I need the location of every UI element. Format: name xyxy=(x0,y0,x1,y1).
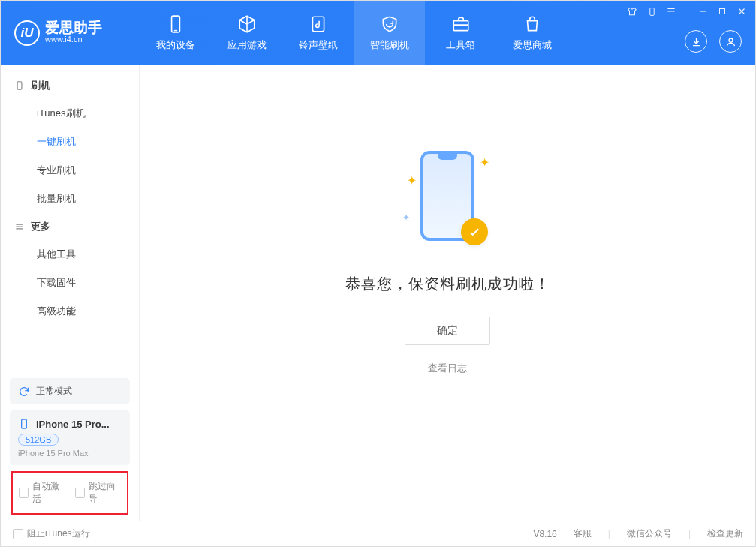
divider xyxy=(685,5,689,17)
maximize-button[interactable] xyxy=(716,5,728,17)
sidebar: 刷机 iTunes刷机 一键刷机 专业刷机 批量刷机 更多 其他工具 下载固件 … xyxy=(1,65,140,521)
body: 刷机 iTunes刷机 一键刷机 专业刷机 批量刷机 更多 其他工具 下载固件 … xyxy=(1,65,755,521)
svg-rect-7 xyxy=(17,82,22,90)
device-mode-status[interactable]: 正常模式 xyxy=(10,378,130,404)
tab-label: 我的设备 xyxy=(156,38,195,52)
sidebar-item-pro-flash[interactable]: 专业刷机 xyxy=(1,156,139,185)
tab-apps-games[interactable]: 应用游戏 xyxy=(211,1,282,65)
sidebar-item-oneclick-flash[interactable]: 一键刷机 xyxy=(1,128,139,156)
svg-rect-6 xyxy=(720,9,725,14)
checkbox-label: 自动激活 xyxy=(32,480,65,506)
app-name: 爱思助手 xyxy=(45,20,102,35)
sidebar-item-batch-flash[interactable]: 批量刷机 xyxy=(1,185,139,213)
checkbox-label: 阻止iTunes运行 xyxy=(27,527,90,540)
block-itunes-checkbox[interactable]: 阻止iTunes运行 xyxy=(13,527,90,540)
menu-icon xyxy=(666,6,676,17)
check-icon xyxy=(468,225,481,239)
section-header-more[interactable]: 更多 xyxy=(1,213,139,240)
mode-label: 正常模式 xyxy=(36,385,72,398)
device-phone-icon xyxy=(18,418,30,430)
checkbox-icon xyxy=(19,488,29,498)
music-icon xyxy=(309,14,328,34)
svg-rect-0 xyxy=(171,16,179,32)
svg-rect-5 xyxy=(649,8,653,15)
tab-label: 铃声壁纸 xyxy=(299,38,338,52)
more-section-icon xyxy=(14,221,25,232)
logo-area: iU 爱思助手 www.i4.cn xyxy=(1,20,140,46)
svg-point-4 xyxy=(729,38,733,42)
skin-button[interactable] xyxy=(626,5,638,17)
tab-label: 智能刷机 xyxy=(370,38,409,52)
tab-label: 应用游戏 xyxy=(227,38,267,52)
account-button[interactable] xyxy=(719,30,742,53)
sidebar-item-advanced[interactable]: 高级功能 xyxy=(1,297,139,326)
star-icon: ✦ xyxy=(402,212,410,223)
app-url: www.i4.cn xyxy=(45,35,102,44)
section-header-flash[interactable]: 刷机 xyxy=(1,72,139,99)
phone-button[interactable] xyxy=(646,5,658,17)
main-content: ✦ ✦ ✦ 恭喜您，保资料刷机成功啦！ 确定 查看日志 xyxy=(140,65,755,521)
checkbox-icon xyxy=(75,488,85,498)
minimize-button[interactable] xyxy=(697,5,709,17)
footer-wechat-link[interactable]: 微信公众号 xyxy=(627,527,672,540)
sidebar-item-download-firmware[interactable]: 下载固件 xyxy=(1,269,139,297)
tab-label: 爱思商城 xyxy=(513,38,552,52)
close-icon xyxy=(736,6,747,17)
svg-rect-2 xyxy=(312,17,324,32)
minimize-icon xyxy=(697,6,708,17)
close-button[interactable] xyxy=(736,5,748,17)
footer-support-link[interactable]: 客服 xyxy=(574,527,592,540)
menu-button[interactable] xyxy=(665,5,677,17)
sidebar-bottom: 正常模式 iPhone 15 Pro... 512GB iPhone 15 Pr… xyxy=(1,372,139,521)
confirm-button[interactable]: 确定 xyxy=(405,317,490,345)
checkbox-label: 跳过向导 xyxy=(89,480,121,506)
version-label: V8.16 xyxy=(533,529,556,539)
star-icon: ✦ xyxy=(480,155,489,170)
logo-icon: iU xyxy=(14,20,40,46)
divider: | xyxy=(688,529,691,539)
footer-check-update-link[interactable]: 检查更新 xyxy=(707,527,743,540)
download-button[interactable] xyxy=(685,30,707,53)
svg-rect-8 xyxy=(22,419,27,428)
capacity-badge: 512GB xyxy=(18,434,59,446)
tab-label: 工具箱 xyxy=(446,38,475,52)
refresh-icon xyxy=(18,386,30,398)
download-icon xyxy=(691,36,702,47)
phone-section-icon xyxy=(14,80,25,91)
success-illustration: ✦ ✦ ✦ xyxy=(402,151,492,256)
options-highlight: 自动激活 跳过向导 xyxy=(11,471,128,515)
tab-store[interactable]: 爱思商城 xyxy=(496,1,568,65)
sidebar-item-other-tools[interactable]: 其他工具 xyxy=(1,240,139,269)
shirt-icon xyxy=(627,6,637,17)
tab-smart-flash[interactable]: 智能刷机 xyxy=(354,1,425,65)
svg-rect-3 xyxy=(453,20,468,30)
briefcase-icon xyxy=(451,14,471,34)
checkbox-icon xyxy=(13,529,23,539)
star-icon: ✦ xyxy=(407,173,417,188)
window-controls xyxy=(626,5,748,17)
bag-icon xyxy=(523,14,542,34)
tab-my-device[interactable]: 我的设备 xyxy=(140,1,211,65)
skip-wizard-checkbox[interactable]: 跳过向导 xyxy=(75,480,121,506)
device-icon xyxy=(166,14,185,34)
tab-toolbox[interactable]: 工具箱 xyxy=(425,1,496,65)
maximize-icon xyxy=(718,7,727,16)
cube-icon xyxy=(237,14,257,34)
device-name: iPhone 15 Pro... xyxy=(36,419,110,430)
divider: | xyxy=(608,529,610,539)
auto-activate-checkbox[interactable]: 自动激活 xyxy=(19,480,65,506)
sidebar-item-itunes-flash[interactable]: iTunes刷机 xyxy=(1,99,139,128)
sidebar-sections: 刷机 iTunes刷机 一键刷机 专业刷机 批量刷机 更多 其他工具 下载固件 … xyxy=(1,65,139,372)
user-icon xyxy=(725,36,736,47)
header-actions xyxy=(685,30,742,53)
app-header: iU 爱思助手 www.i4.cn 我的设备 应用游戏 铃声壁纸 智能刷机 工具… xyxy=(1,1,755,65)
footer-right: V8.16 客服 | 微信公众号 | 检查更新 xyxy=(533,527,743,540)
tab-ringtones-wallpapers[interactable]: 铃声壁纸 xyxy=(282,1,354,65)
section-title: 更多 xyxy=(31,220,50,233)
phone-icon xyxy=(647,7,657,17)
footer: 阻止iTunes运行 V8.16 客服 | 微信公众号 | 检查更新 xyxy=(1,521,755,546)
view-log-link[interactable]: 查看日志 xyxy=(428,362,467,375)
device-model: iPhone 15 Pro Max xyxy=(18,449,122,458)
device-card[interactable]: iPhone 15 Pro... 512GB iPhone 15 Pro Max xyxy=(10,410,130,465)
refresh-shield-icon xyxy=(380,14,399,34)
